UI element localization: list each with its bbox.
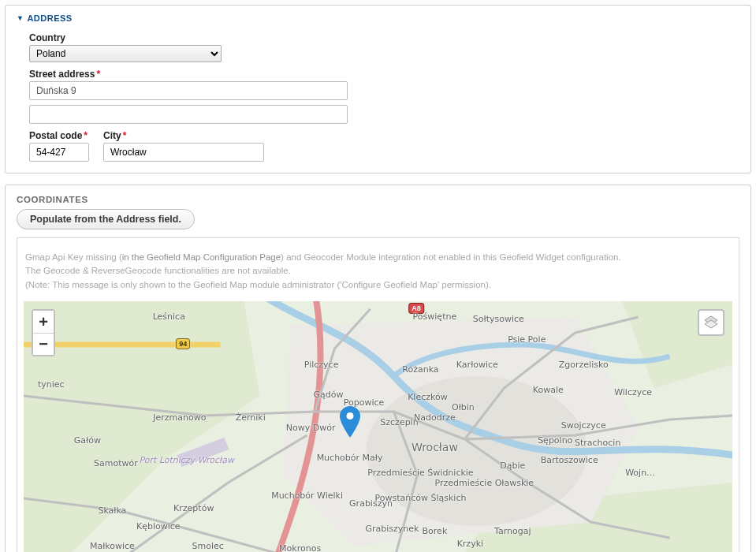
layers-icon [703,315,719,330]
collapse-triangle-icon: ▼ [17,14,24,22]
map-marker-icon[interactable] [340,406,360,440]
address-title: ADDRESS [27,13,72,23]
populate-button[interactable]: Populate from the Address field. [17,209,195,229]
street-address-2-input[interactable] [29,105,348,124]
api-key-notice: Gmap Api Key missing (in the Geofield Ma… [24,251,732,301]
coordinates-fieldset: COORDINATES Populate from the Address fi… [5,185,751,552]
road-badge-94: 94 [176,338,190,349]
map-widget-container: Gmap Api Key missing (in the Geofield Ma… [17,237,739,552]
road-badge-a8: A8 [408,303,424,314]
coordinates-title: COORDINATES [6,185,750,209]
city-input[interactable] [103,143,264,162]
zoom-out-button[interactable]: − [33,333,54,355]
address-fieldset: ▼ ADDRESS Country Poland Street address*… [5,5,751,173]
street-address-input[interactable] [29,81,348,100]
address-legend[interactable]: ▼ ADDRESS [6,6,750,24]
map[interactable]: A8 94 Leśnica Jerzmanowo Gałów Samotwór … [24,301,732,552]
zoom-in-button[interactable]: + [33,311,54,333]
country-label: Country [29,32,727,43]
zoom-control: + − [32,309,55,356]
city-label: City* [103,130,264,141]
svg-point-2 [346,412,353,420]
street-label: Street address* [29,69,727,80]
postal-label: Postal code* [29,130,89,141]
layers-button[interactable] [698,309,724,336]
postal-code-input[interactable] [29,143,89,162]
map-canvas [24,301,732,552]
country-select[interactable]: Poland [29,45,222,62]
